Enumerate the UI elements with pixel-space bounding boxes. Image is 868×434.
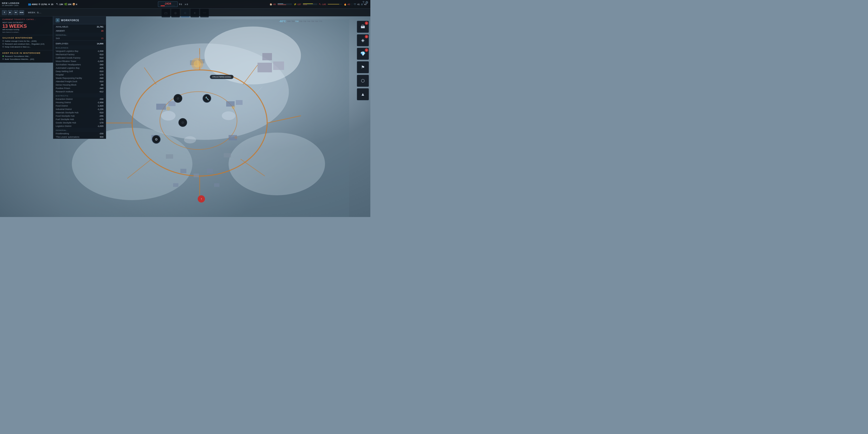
settings-icon[interactable]: ⚙ — [365, 0, 368, 4]
wf-building-name: Hospital — [56, 73, 64, 76]
fast-forward-button[interactable]: ⏭ — [13, 10, 18, 15]
material-icon: ⛏ — [56, 3, 59, 5]
svg-rect-34 — [273, 61, 284, 70]
faster-button[interactable]: ⏭⏭ — [19, 10, 24, 15]
wf-building-name: Deep Melting Drill — [56, 70, 73, 72]
svg-rect-17 — [195, 54, 199, 58]
play-button[interactable]: ▶ — [8, 10, 12, 15]
help-icon[interactable]: ? — [362, 0, 364, 4]
right-btn-3-badge: 1 — [365, 49, 368, 52]
salvage-title: SALVAGE WINTERHOME — [2, 37, 51, 39]
wf-districts-list: Extraction District-330Housing District-… — [53, 97, 106, 128]
svg-point-41 — [232, 105, 235, 109]
wf-building-value: -340 — [99, 87, 103, 89]
peace-item: Research 'Surveillance Wat...' — [2, 55, 51, 57]
wf-district-name: Housing District — [56, 101, 71, 104]
mission-dot — [2, 46, 4, 48]
red-indicator[interactable]: ↑ — [198, 195, 205, 203]
mission-dot — [2, 56, 4, 57]
food-icon: 🌿 — [64, 3, 67, 5]
wf-district-value: -255 — [99, 115, 103, 117]
wf-building-row: Moss-Filtration Tower-1,020 — [53, 60, 106, 63]
wf-general2-header: GENERAL: — [53, 128, 106, 132]
wf-sick-label: Sick — [56, 37, 60, 39]
map-icon-3[interactable]: ⊘ — [179, 118, 187, 127]
mission-item-text: Keep Cold absent in New Lo... — [5, 46, 31, 48]
hunger-bar-fill — [161, 5, 165, 6]
wf-building-name: Research Institute — [56, 90, 73, 93]
wf-general2-list: Frostbreaking-200'The Lovers' automatons… — [53, 132, 106, 138]
wf-building-value: -340 — [99, 77, 103, 79]
wf-building-value: -86 — [100, 84, 103, 86]
right-btn-4[interactable]: ⚑ — [357, 61, 369, 73]
wf-general2-name: Frostbreaking — [56, 132, 69, 135]
right-btn-2[interactable]: ◈ 3 — [357, 34, 369, 46]
wf-available-label: AVAILABLE: — [56, 26, 68, 28]
wf-building-row: Automated Logistics Bay-425 — [53, 66, 106, 70]
svg-rect-35 — [262, 53, 272, 60]
workforce-panel[interactable]: ⚙ WORKFORCE AVAILABLE: 21,761 ABSENT: 15… — [53, 17, 106, 139]
svg-rect-33 — [257, 63, 272, 72]
wf-district-value: -170 — [99, 118, 103, 121]
svg-rect-23 — [236, 100, 243, 105]
wf-district-name: Logistics District — [56, 125, 71, 127]
right-btn-1[interactable]: 🏔 1 — [357, 21, 369, 33]
population-stat: 👥 45802 ⚙ 21761 ★ 15 — [27, 3, 55, 5]
wf-district-row: Extraction District-330 — [53, 97, 106, 101]
temperature-display: -60°C 690 700 710 720 730 740 750 760 77… — [279, 18, 322, 25]
salvage-items: Gather enough Cores for the... (4/40)Res… — [2, 40, 51, 48]
wf-district-name: Materials Stockpile Hub — [56, 112, 79, 114]
wf-district-row: Food District-1,920 — [53, 104, 106, 107]
food-value: 10K — [68, 3, 72, 5]
right-btn-3[interactable]: 💎 1 — [357, 48, 369, 60]
material-delta-value: -145 — [322, 3, 326, 5]
week-label: WEEK: G... — [26, 11, 43, 14]
corner-icons: ? ⚙ — [362, 0, 368, 4]
salvage-item: Gather enough Cores for the... (4/40) — [2, 40, 51, 42]
wf-general2-name: 'The Lovers' automatons — [56, 136, 79, 138]
wf-building-name: Survivalists' Headquarters — [56, 63, 81, 66]
wf-building-row: Waste Repurposing Facility-340 — [53, 76, 106, 80]
mission-dot — [2, 40, 4, 42]
wf-employed-row: EMPLOYED: 14,866 — [53, 41, 106, 45]
worker-icon: ⚙ — [38, 3, 40, 5]
salvage-item: Research and construct Gen... Regulator … — [2, 43, 51, 45]
map-icon-1[interactable]: ⊘ — [174, 94, 182, 103]
right-panel: 🏔 1 ◈ 3 💎 1 ⚑ ⬡ ▲ — [355, 19, 370, 102]
wf-building-name: Calibrated Goods Factory — [56, 57, 81, 59]
wf-employed-value: 14,866 — [97, 42, 103, 45]
svg-rect-26 — [166, 154, 173, 159]
wf-district-row: Housing District-2,958 — [53, 101, 106, 104]
svg-rect-30 — [194, 174, 199, 177]
wf-building-value: -1,020 — [97, 60, 103, 62]
wf-divider-1 — [53, 40, 106, 41]
city-name: NEW LONDON — [2, 2, 25, 4]
discontent-icon: ⚔ — [184, 3, 186, 5]
wf-district-value: -330 — [99, 98, 103, 100]
population-icon: 👥 — [28, 3, 31, 5]
wf-available-row: AVAILABLE: 21,761 — [53, 24, 106, 28]
food-delta-icon: 🌾 — [294, 3, 296, 5]
wf-district-name: Goods Stockpile Hub — [56, 122, 76, 124]
right-btn-6[interactable]: ▲ — [357, 88, 369, 100]
wf-district-value: -510 — [99, 112, 103, 114]
health-stat: ☤ 0 — [178, 3, 183, 5]
svg-rect-32 — [214, 183, 219, 187]
pause-button[interactable]: ⏸ — [2, 10, 7, 15]
wf-building-name: Dense Housing Block — [56, 84, 76, 86]
tick-700: 700 — [291, 20, 294, 23]
wf-building-row: Vanguard Logistics Bay-1,530 — [53, 50, 106, 53]
salvage-item: Keep Cold absent in New Lo... — [2, 46, 51, 48]
order1-value: 41 — [357, 3, 360, 5]
map-icon-2[interactable]: 🔧 — [203, 94, 211, 103]
wf-building-row: Dense Housing Block-86 — [53, 83, 106, 87]
top-bar: NEW LONDON 23 JANUARY 1929 👥 45802 ⚙ 217… — [0, 0, 370, 9]
wf-district-name: Industrial District — [56, 108, 72, 111]
right-btn-5[interactable]: ⬡ — [357, 75, 369, 87]
tick-760: 760 — [315, 20, 318, 23]
wf-building-name: Moss-Filtration Tower — [56, 60, 76, 62]
map-icon-gear[interactable]: ⚙ — [152, 135, 161, 144]
wf-building-row: Research Institute-612 — [53, 90, 106, 93]
wf-buildings-list: Vanguard Logistics Bay-1,530Mechanical F… — [53, 50, 106, 93]
wf-district-row: Materials Stockpile Hub-510 — [53, 111, 106, 114]
